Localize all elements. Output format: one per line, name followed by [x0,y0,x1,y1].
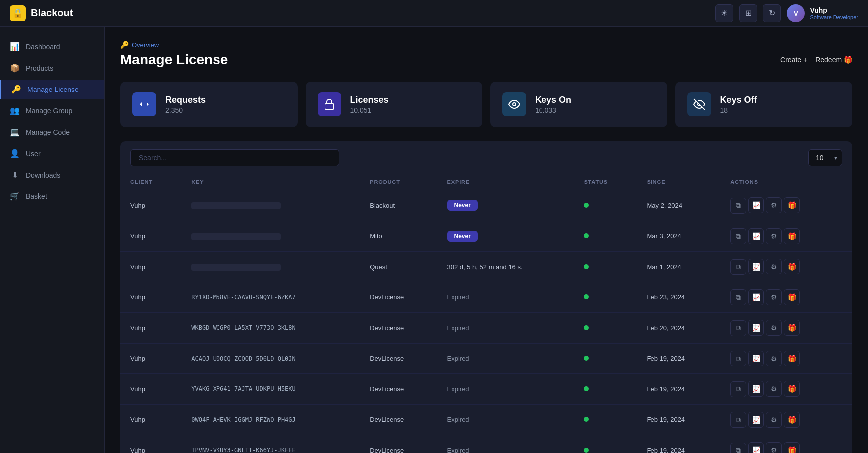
sidebar-item-dashboard[interactable]: 📊 Dashboard [0,37,104,56]
user-icon: 👤 [10,149,20,158]
sidebar-item-products[interactable]: 📦 Products [0,58,104,78]
gift-button[interactable]: 🎁 [784,320,800,336]
redeem-button[interactable]: Redeem 🎁 [815,56,852,64]
theme-toggle-button[interactable]: ☀ [715,4,733,22]
cell-since: Feb 19, 2024 [637,343,720,374]
stats-button[interactable]: 📈 [748,289,764,305]
copy-button[interactable]: ⧉ [730,320,746,336]
cell-client: Vuhp [120,282,181,313]
requests-icon [132,92,156,116]
user-menu[interactable]: V Vuhp Software Developer [787,4,858,22]
settings-button[interactable]: ⚙ [766,442,782,453]
copy-button[interactable]: ⧉ [730,381,746,397]
settings-button[interactable]: ⚙ [766,289,782,305]
sidebar-item-manage-group[interactable]: 👥 Manage Group [0,101,104,120]
cell-expire: Expired [437,282,574,313]
code-icon: 💻 [10,127,20,137]
cell-actions: ⧉📈⚙🎁 [720,313,852,344]
copy-button[interactable]: ⧉ [730,443,746,453]
settings-button[interactable]: ⚙ [766,351,782,366]
settings-button[interactable]: ⚙ [766,259,782,274]
sidebar-item-label: Products [26,64,53,72]
settings-button[interactable]: ⚙ [766,320,782,336]
settings-button[interactable]: ⚙ [766,412,782,428]
stats-button[interactable]: 📈 [748,351,764,366]
cell-actions: ⧉📈⚙🎁 [720,404,852,435]
keys-on-icon [502,92,526,116]
sync-button[interactable]: ↻ [763,4,781,22]
table-row: VuhpACAQJ-U0OCQ-ZCOOD-5D6LD-QL0JNDevLice… [120,343,852,374]
stats-button[interactable]: 📈 [748,412,764,428]
cell-product: DevLicense [360,374,437,405]
col-actions: ACTIONS [720,174,852,190]
table-row: Vuhp0WQ4F-AHEVK-IGGMJ-RFZWO-PH4GJDevLice… [120,404,852,435]
copy-button[interactable]: ⧉ [730,259,746,275]
stats-button[interactable]: 📈 [748,259,764,274]
gift-button[interactable]: 🎁 [784,442,800,453]
col-client: CLIENT [120,174,181,190]
settings-button[interactable]: ⚙ [766,197,782,213]
gift-button[interactable]: 🎁 [784,228,800,244]
cell-product: Quest [360,252,437,282]
cell-since: Feb 19, 2024 [637,404,720,435]
col-key: KEY [181,174,360,190]
stat-card-licenses: Licenses 10.051 [306,82,483,127]
settings-button[interactable]: ⚙ [766,381,782,397]
copy-button[interactable]: ⧉ [730,289,746,305]
stats-button[interactable]: 📈 [748,228,764,244]
table-row: VuhpMitoNeverMar 3, 2024⧉📈⚙🎁 [120,221,852,252]
cell-actions: ⧉📈⚙🎁 [720,252,852,282]
sidebar-item-user[interactable]: 👤 User [0,144,104,163]
sidebar-item-manage-license[interactable]: 🔑 Manage License [0,80,104,99]
stat-cards: Requests 2.350 Licenses 10.051 Keys On [120,82,852,127]
gift-button[interactable]: 🎁 [784,289,800,305]
sidebar-item-basket[interactable]: 🛒 Basket [0,186,104,206]
gift-button[interactable]: 🎁 [784,197,800,213]
page-size-select[interactable]: 10 25 50 100 [808,149,842,166]
layout-toggle-button[interactable]: ⊞ [739,4,757,22]
cell-key: 0WQ4F-AHEVK-IGGMJ-RFZWO-PH4GJ [181,404,360,435]
sidebar-item-manage-code[interactable]: 💻 Manage Code [0,122,104,142]
avatar: V [787,4,805,22]
stats-button[interactable]: 📈 [748,442,764,453]
sidebar-item-label: Dashboard [26,43,60,51]
cell-since: Feb 20, 2024 [637,313,720,344]
stats-button[interactable]: 📈 [748,197,764,213]
search-input[interactable] [130,149,339,166]
breadcrumb-label: Overview [132,41,159,49]
svg-point-1 [513,103,516,106]
stats-button[interactable]: 📈 [748,320,764,336]
cell-client: Vuhp [120,313,181,344]
cell-status [574,221,637,252]
table-row: VuhpBlackoutNeverMay 2, 2024⧉📈⚙🎁 [120,190,852,221]
sidebar-item-downloads[interactable]: ⬇ Downloads [0,165,104,184]
gift-button[interactable]: 🎁 [784,351,800,366]
download-icon: ⬇ [10,170,20,180]
gift-button[interactable]: 🎁 [784,412,800,428]
copy-button[interactable]: ⧉ [730,351,746,366]
copy-button[interactable]: ⧉ [730,198,746,214]
cell-expire: Expired [437,374,574,405]
status-dot [584,356,589,361]
settings-button[interactable]: ⚙ [766,228,782,244]
cell-key: YVAKG-XP641-7AJTA-UDKPU-H5EKU [181,374,360,405]
cell-product: DevLicense [360,343,437,374]
expire-badge: Never [447,231,478,242]
cell-actions: ⧉📈⚙🎁 [720,343,852,374]
copy-button[interactable]: ⧉ [730,412,746,428]
table-row: VuhpYVAKG-XP641-7AJTA-UDKPU-H5EKUDevLice… [120,374,852,405]
gift-button[interactable]: 🎁 [784,259,800,274]
stats-button[interactable]: 📈 [748,381,764,397]
expire-badge: Never [447,200,478,211]
cell-status [574,404,637,435]
topnav-actions: ☀ ⊞ ↻ V Vuhp Software Developer [715,4,858,22]
header-actions: Create + Redeem 🎁 [780,56,852,64]
status-dot [584,233,589,238]
copy-button[interactable]: ⧉ [730,228,746,244]
gift-button[interactable]: 🎁 [784,381,800,397]
create-button[interactable]: Create + [780,56,807,64]
page-header: Manage License Create + Redeem 🎁 [120,52,852,68]
cell-client: Vuhp [120,343,181,374]
cell-since: Feb 19, 2024 [637,374,720,405]
table-toolbar: 10 25 50 100 [120,141,852,174]
